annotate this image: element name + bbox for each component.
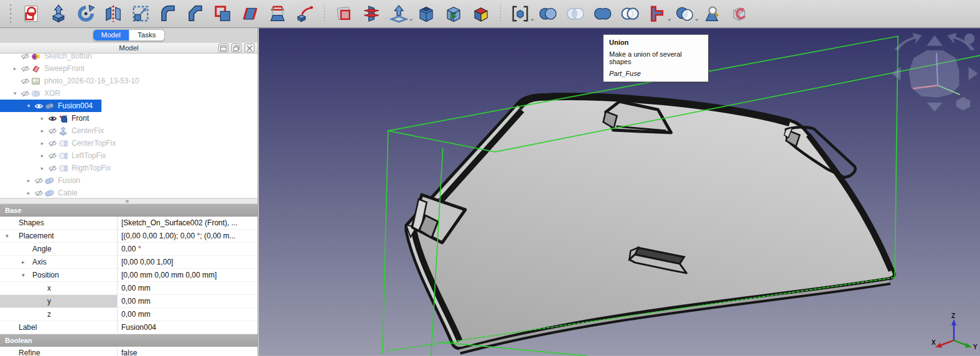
comp-extrusion-button[interactable]: ⌄ [646, 2, 668, 25]
box-colored-button[interactable] [470, 2, 492, 25]
tree-item-lefttopfix[interactable]: ▸LeftTopFix [0, 149, 258, 162]
property-value[interactable]: [0,00 mm 0,00 mm 0,00 mm] [118, 269, 258, 281]
property-row-z[interactable]: z0,00 mm [0, 308, 258, 321]
boolean-union-button[interactable] [592, 2, 613, 25]
property-row-position[interactable]: ▾Position[0,00 mm 0,00 mm 0,00 mm] [0, 269, 258, 282]
compound-dropdown-arrow[interactable]: ⌄ [530, 16, 535, 21]
tree-item-xor[interactable]: ▾XOR [0, 87, 258, 100]
tree-expand-chevron[interactable]: ▸ [10, 65, 20, 72]
tree-item-fusion[interactable]: ▸Fusion [0, 174, 258, 187]
tree-expand-chevron[interactable]: ▾ [10, 90, 20, 96]
comp-extrusion-dropdown-arrow[interactable]: ⌄ [667, 16, 672, 21]
property-row-refine[interactable]: Refinefalse [0, 347, 258, 356]
loft-button[interactable] [267, 2, 288, 25]
property-section-base[interactable]: Base [0, 204, 258, 217]
chamfer-button[interactable] [185, 2, 206, 25]
tree-item-front[interactable]: ▸Front [0, 112, 258, 124]
extrude-icon [49, 4, 68, 23]
property-value[interactable]: [Sketch_On_Surface002 (Front), ... [118, 217, 258, 229]
tree-item-centerfix[interactable]: ▸CenterFix [0, 124, 258, 137]
tree-expand-chevron[interactable]: ▸ [37, 115, 47, 121]
tree-item-cable[interactable]: ▸Cable [0, 187, 258, 198]
tree-item-sweepfront[interactable]: ▸SweepFront [0, 62, 258, 75]
extrude-gray-icon [58, 126, 68, 136]
3d-viewport[interactable]: RIGHT REAR Z X Y Union Make a [259, 28, 980, 356]
split-features-dropdown-arrow[interactable]: ⌄ [694, 16, 699, 21]
check-geometry-button[interactable] [701, 2, 722, 25]
cross-sections-button[interactable] [361, 2, 382, 25]
shape-builder-icon: F [444, 4, 463, 23]
create-sketch-button[interactable] [21, 2, 42, 25]
boolean-common-button[interactable] [564, 2, 586, 25]
boolean-xor-button[interactable] [619, 2, 640, 25]
tree-expand-chevron[interactable]: ▸ [24, 177, 34, 184]
make-face-button[interactable] [212, 2, 233, 25]
property-row-placement[interactable]: ▾Placement[(0,00 0,00 1,00); 0,00 °; (0,… [0, 230, 258, 243]
thickness-icon [417, 4, 436, 23]
toolbar-drag-handle[interactable] [9, 4, 12, 23]
split-features-button[interactable]: ⌄ [674, 2, 695, 25]
compound-button[interactable]: ⌄ [510, 2, 531, 25]
property-row-axis[interactable]: ▸Axis[0,00 0,00 1,00] [0, 256, 258, 269]
defeaturing-button[interactable] [729, 2, 750, 25]
offset-button[interactable]: ⌄ [388, 2, 409, 25]
tree-item-label: photo_2026-02-16_13-53-10 [44, 77, 139, 85]
scale-button[interactable] [130, 2, 151, 25]
ruled-surface-button[interactable] [240, 2, 261, 25]
shape-builder-button[interactable]: F [443, 2, 464, 25]
xor-gray-icon [30, 89, 41, 98]
float-panel-button[interactable] [231, 44, 241, 52]
boolean-common-icon [566, 4, 584, 23]
property-value[interactable]: [(0,00 0,00 1,00); 0,00 °; (0,00 m... [118, 230, 258, 242]
property-value[interactable]: 0,00 ° [118, 243, 258, 255]
section-icon [335, 4, 353, 23]
property-value[interactable]: 0,00 mm [118, 308, 258, 321]
sweep-button[interactable] [294, 2, 315, 25]
property-row-shapes[interactable]: Shapes[Sketch_On_Surface002 (Front), ... [0, 217, 258, 230]
property-expand-chevron[interactable]: ▸ [22, 259, 25, 265]
tree-expand-chevron[interactable]: ▸ [37, 128, 47, 134]
property-value[interactable]: Fusion004 [118, 321, 258, 334]
mirror-button[interactable] [103, 2, 124, 25]
tree-item-centertopfix[interactable]: ▸CenterTopFix [0, 137, 258, 149]
tree-expand-chevron[interactable]: ▸ [24, 190, 34, 196]
tab-model[interactable]: Model [93, 30, 129, 40]
image-icon [30, 77, 41, 86]
tree-item-rigthtopfix[interactable]: ▸RigthTopFix [0, 162, 258, 174]
offset-dropdown-arrow[interactable]: ⌄ [409, 16, 414, 21]
tree-expand-chevron[interactable]: ▸ [37, 140, 47, 146]
property-row-angle[interactable]: Angle0,00 ° [0, 243, 258, 256]
extrude-button[interactable] [48, 2, 69, 25]
property-row-y[interactable]: y0,00 mm [0, 295, 258, 308]
panel-splitter[interactable] [0, 198, 258, 204]
fillet-button[interactable] [157, 2, 179, 25]
make-face-icon [213, 4, 232, 23]
revolve-button[interactable] [75, 2, 96, 25]
boolean-cut-button[interactable] [537, 2, 558, 25]
tree-item-photo-2026-02-16-13-53-10[interactable]: photo_2026-02-16_13-53-10 [0, 75, 258, 87]
model-tasks-segmented-control: Model Tasks [93, 29, 165, 41]
property-value[interactable]: 0,00 mm [118, 295, 258, 307]
property-value[interactable]: [0,00 0,00 1,00] [118, 256, 258, 268]
mirror-icon [104, 4, 123, 23]
thickness-button[interactable] [416, 2, 437, 25]
property-row-label[interactable]: LabelFusion004 [0, 321, 258, 334]
axis-z-label: Z [951, 312, 955, 319]
check-geometry-icon [702, 4, 721, 23]
property-expand-chevron[interactable]: ▾ [22, 272, 25, 278]
tree-expand-chevron[interactable]: ▾ [24, 103, 34, 109]
tree-item-sketch-botton[interactable]: Sketch_botton [0, 54, 258, 62]
close-panel-button[interactable] [245, 44, 254, 52]
dock-panel-button[interactable] [218, 44, 228, 52]
tree-item-fusion004[interactable]: ▾Fusion004 [0, 100, 258, 112]
property-value[interactable]: false [118, 347, 258, 356]
tab-tasks[interactable]: Tasks [129, 30, 165, 40]
section-button[interactable] [334, 2, 355, 25]
tree-expand-chevron[interactable]: ▸ [37, 165, 47, 171]
tree-expand-chevron[interactable]: ▸ [37, 152, 47, 159]
property-section-boolean[interactable]: Boolean [0, 334, 258, 347]
property-row-x[interactable]: x0,00 mm [0, 282, 258, 295]
property-value[interactable]: 0,00 mm [118, 282, 258, 294]
property-expand-chevron[interactable]: ▾ [6, 233, 9, 239]
defeaturing-icon [730, 4, 749, 23]
